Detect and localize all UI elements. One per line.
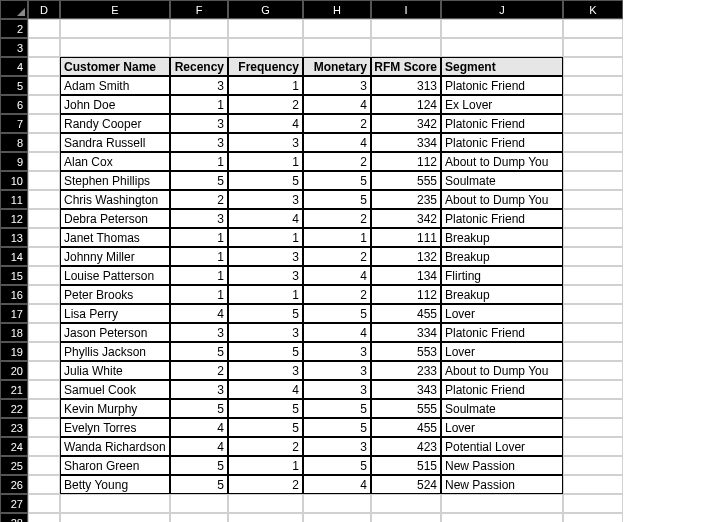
empty-cell[interactable] — [60, 19, 170, 38]
empty-cell[interactable] — [563, 456, 623, 475]
empty-cell[interactable] — [60, 494, 170, 513]
empty-cell[interactable] — [563, 418, 623, 437]
select-all-corner[interactable] — [0, 0, 28, 19]
row-header-12[interactable]: 12 — [0, 209, 28, 228]
empty-cell[interactable] — [371, 19, 441, 38]
row-header-23[interactable]: 23 — [0, 418, 28, 437]
empty-cell[interactable] — [303, 494, 371, 513]
table-header-e[interactable]: Customer Name — [60, 57, 170, 76]
row-header-10[interactable]: 10 — [0, 171, 28, 190]
empty-cell[interactable] — [28, 209, 60, 228]
row-header-21[interactable]: 21 — [0, 380, 28, 399]
empty-cell[interactable] — [28, 38, 60, 57]
empty-cell[interactable] — [563, 323, 623, 342]
empty-cell[interactable] — [563, 437, 623, 456]
empty-cell[interactable] — [371, 38, 441, 57]
col-header-D[interactable]: D — [28, 0, 60, 19]
empty-cell[interactable] — [303, 38, 371, 57]
col-header-E[interactable]: E — [60, 0, 170, 19]
row-header-6[interactable]: 6 — [0, 95, 28, 114]
empty-cell[interactable] — [228, 38, 303, 57]
row-header-18[interactable]: 18 — [0, 323, 28, 342]
empty-cell[interactable] — [441, 19, 563, 38]
empty-cell[interactable] — [28, 57, 60, 76]
row-header-13[interactable]: 13 — [0, 228, 28, 247]
empty-cell[interactable] — [170, 19, 228, 38]
empty-cell[interactable] — [28, 152, 60, 171]
empty-cell[interactable] — [441, 513, 563, 522]
empty-cell[interactable] — [28, 19, 60, 38]
col-header-J[interactable]: J — [441, 0, 563, 19]
empty-cell[interactable] — [563, 285, 623, 304]
table-header-g[interactable]: Frequency — [228, 57, 303, 76]
row-header-16[interactable]: 16 — [0, 285, 28, 304]
row-header-25[interactable]: 25 — [0, 456, 28, 475]
row-header-15[interactable]: 15 — [0, 266, 28, 285]
empty-cell[interactable] — [563, 152, 623, 171]
empty-cell[interactable] — [170, 38, 228, 57]
empty-cell[interactable] — [563, 38, 623, 57]
empty-cell[interactable] — [563, 76, 623, 95]
empty-cell[interactable] — [563, 494, 623, 513]
empty-cell[interactable] — [228, 513, 303, 522]
row-header-27[interactable]: 27 — [0, 494, 28, 513]
empty-cell[interactable] — [563, 19, 623, 38]
empty-cell[interactable] — [28, 114, 60, 133]
empty-cell[interactable] — [28, 247, 60, 266]
empty-cell[interactable] — [563, 228, 623, 247]
empty-cell[interactable] — [28, 76, 60, 95]
empty-cell[interactable] — [28, 171, 60, 190]
empty-cell[interactable] — [60, 38, 170, 57]
empty-cell[interactable] — [60, 513, 170, 522]
row-header-20[interactable]: 20 — [0, 361, 28, 380]
empty-cell[interactable] — [28, 266, 60, 285]
empty-cell[interactable] — [28, 133, 60, 152]
empty-cell[interactable] — [28, 475, 60, 494]
empty-cell[interactable] — [28, 361, 60, 380]
empty-cell[interactable] — [28, 95, 60, 114]
table-header-i[interactable]: RFM Score — [371, 57, 441, 76]
table-header-j[interactable]: Segment — [441, 57, 563, 76]
empty-cell[interactable] — [28, 342, 60, 361]
row-header-14[interactable]: 14 — [0, 247, 28, 266]
row-header-26[interactable]: 26 — [0, 475, 28, 494]
spreadsheet-grid[interactable]: DEFGHIJK234Customer NameRecencyFrequency… — [0, 0, 720, 522]
row-header-3[interactable]: 3 — [0, 38, 28, 57]
empty-cell[interactable] — [28, 380, 60, 399]
row-header-9[interactable]: 9 — [0, 152, 28, 171]
empty-cell[interactable] — [28, 456, 60, 475]
empty-cell[interactable] — [563, 399, 623, 418]
empty-cell[interactable] — [28, 513, 60, 522]
empty-cell[interactable] — [371, 494, 441, 513]
empty-cell[interactable] — [563, 266, 623, 285]
empty-cell[interactable] — [441, 494, 563, 513]
empty-cell[interactable] — [563, 209, 623, 228]
empty-cell[interactable] — [563, 380, 623, 399]
row-header-5[interactable]: 5 — [0, 76, 28, 95]
empty-cell[interactable] — [28, 399, 60, 418]
empty-cell[interactable] — [228, 494, 303, 513]
row-header-7[interactable]: 7 — [0, 114, 28, 133]
row-header-22[interactable]: 22 — [0, 399, 28, 418]
row-header-17[interactable]: 17 — [0, 304, 28, 323]
empty-cell[interactable] — [371, 513, 441, 522]
empty-cell[interactable] — [28, 418, 60, 437]
empty-cell[interactable] — [303, 19, 371, 38]
empty-cell[interactable] — [441, 38, 563, 57]
empty-cell[interactable] — [563, 342, 623, 361]
empty-cell[interactable] — [563, 133, 623, 152]
row-header-2[interactable]: 2 — [0, 19, 28, 38]
row-header-24[interactable]: 24 — [0, 437, 28, 456]
col-header-F[interactable]: F — [170, 0, 228, 19]
table-header-f[interactable]: Recency — [170, 57, 228, 76]
empty-cell[interactable] — [563, 475, 623, 494]
empty-cell[interactable] — [228, 19, 303, 38]
empty-cell[interactable] — [170, 494, 228, 513]
empty-cell[interactable] — [28, 494, 60, 513]
empty-cell[interactable] — [28, 285, 60, 304]
empty-cell[interactable] — [563, 361, 623, 380]
col-header-K[interactable]: K — [563, 0, 623, 19]
col-header-I[interactable]: I — [371, 0, 441, 19]
empty-cell[interactable] — [28, 323, 60, 342]
empty-cell[interactable] — [563, 513, 623, 522]
